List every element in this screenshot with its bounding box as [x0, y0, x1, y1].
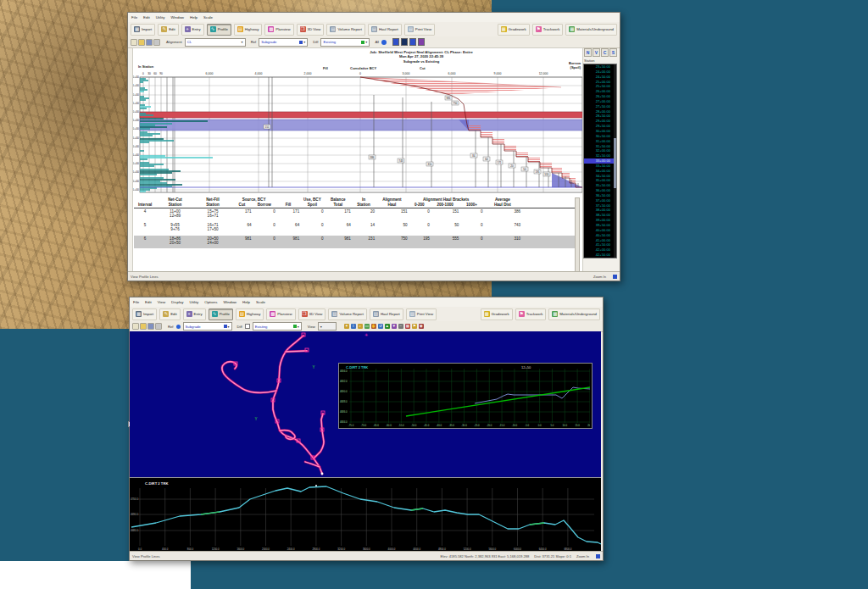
layer-toggle-0[interactable]: [392, 38, 399, 46]
w2-menu-3[interactable]: Display: [171, 300, 183, 304]
zoom-in-tool-icon[interactable]: ⌕: [358, 324, 363, 329]
panel-button-1[interactable]: V: [593, 48, 600, 57]
svg-text:60+00: 60+00: [133, 180, 139, 183]
save-icon[interactable]: [147, 323, 154, 330]
select-tool-icon[interactable]: ✦: [344, 324, 349, 329]
up-arrow-tool-icon[interactable]: ▲: [385, 324, 390, 329]
station-list[interactable]: 23+50.0024+00.0024+50.0025+00.0025+50.00…: [583, 64, 617, 258]
planview-button[interactable]: ▩Planview: [264, 24, 293, 36]
materials-underground-button[interactable]: ▦Materials/Underground: [548, 308, 600, 320]
zoom-window-tool-icon[interactable]: ▭: [364, 324, 370, 329]
new-file-icon[interactable]: [132, 323, 139, 330]
profile-strip[interactable]: C-DIRT 2 TRK 0.0400.0800.01200.01600.020…: [130, 477, 601, 552]
minus-tool-icon[interactable]: −: [398, 324, 403, 329]
svg-text:30: 30: [147, 72, 151, 75]
ref-combo[interactable]: Subgrade ▾: [259, 38, 308, 47]
camera-tool-icon[interactable]: ◉: [419, 324, 424, 329]
profile-button[interactable]: ∿Profile: [209, 308, 233, 320]
diff-combo[interactable]: Existing ▾: [253, 322, 302, 331]
pan-tool-icon[interactable]: ✋: [371, 324, 376, 329]
w2-menu-1[interactable]: Edit: [145, 300, 152, 304]
w1-menu-5[interactable]: Scale: [203, 15, 213, 19]
station-list-item-38[interactable]: 42+50.00: [584, 253, 616, 258]
diff-checkbox[interactable]: [245, 324, 250, 329]
materials-underground-button[interactable]: ▦Materials/Underground: [565, 24, 617, 36]
w2-menu-4[interactable]: Utility: [190, 300, 199, 304]
3d-view-button[interactable]: ❐3D View: [297, 24, 325, 36]
table-row-interval-5[interactable]: 59+55 9+7616+71 17+506406406414500500743: [134, 222, 575, 236]
haul-report-button[interactable]: ▤Haul Report: [368, 24, 402, 36]
entry-button[interactable]: ⌖Entry: [183, 308, 206, 320]
w2-menu-2[interactable]: View: [158, 300, 165, 304]
panel-button-2[interactable]: C: [601, 48, 609, 57]
entry-button[interactable]: ⌖Entry: [181, 24, 204, 36]
print-icon[interactable]: [155, 323, 162, 330]
w2-menu-6[interactable]: Window: [223, 300, 236, 304]
w2-menu-5[interactable]: Options: [204, 300, 217, 304]
layer-toggle-2[interactable]: [409, 38, 416, 46]
w1-menu-3[interactable]: Window: [170, 15, 184, 19]
print-view-button[interactable]: ▤Print View: [406, 308, 437, 320]
down-arrow-tool-icon[interactable]: ▼: [392, 324, 397, 329]
panel-button-3[interactable]: S: [609, 48, 617, 57]
gradework-button[interactable]: ▦Gradework: [498, 24, 530, 36]
station-list-scrollbar[interactable]: [614, 64, 616, 258]
refresh-tool-icon[interactable]: ↺: [378, 324, 383, 329]
w2-menu-0[interactable]: File: [133, 300, 139, 304]
open-folder-icon[interactable]: [140, 323, 147, 330]
new-file-icon[interactable]: [131, 39, 137, 46]
haul-report-button[interactable]: ▤Haul Report: [370, 308, 403, 320]
w2-menu-7[interactable]: Help: [242, 300, 250, 304]
table-row-interval-6[interactable]: 618+86 20+5020+50 24+0098109810981231750…: [134, 236, 575, 249]
trackwork-button[interactable]: ⚑Trackwork: [532, 24, 564, 36]
highway-button[interactable]: ▤Highway: [234, 24, 262, 36]
edit-button[interactable]: ✎Edit: [159, 308, 180, 320]
haul-report-view[interactable]: Job: Sheffield West Project Neal Alignme…: [132, 47, 583, 275]
svg-text:386: 386: [370, 156, 374, 159]
w1-menu-1[interactable]: Edit: [143, 15, 150, 19]
alignment-combo[interactable]: CL ▾: [185, 38, 246, 47]
panel-button-0[interactable]: N: [584, 48, 592, 57]
profile-button[interactable]: ∿Profile: [207, 24, 231, 36]
plan-view-canvas[interactable]: YY✳ C-DIRT 2 TRK 12+50 -75.0-70.0-65.0-6…: [130, 331, 601, 477]
table-scrollbar[interactable]: [575, 197, 580, 272]
w1-menu-4[interactable]: Help: [190, 15, 198, 19]
ref-combo[interactable]: Subgrade ▾: [183, 322, 232, 331]
zoom-indicator-icon[interactable]: [613, 275, 617, 279]
open-folder-icon[interactable]: [138, 39, 145, 46]
cross-section-inset[interactable]: C-DIRT 2 TRK 12+50 -75.0-70.0-65.0-60.0-…: [338, 363, 593, 429]
info-tool-icon[interactable]: i: [351, 324, 356, 329]
grid-tool-icon[interactable]: ▦: [405, 324, 410, 329]
w1-menu-0[interactable]: File: [131, 15, 137, 19]
view-combo[interactable]: ▾: [318, 322, 337, 331]
print-view-button[interactable]: ▤Print View: [404, 24, 435, 36]
trackwork-button[interactable]: ⚑Trackwork: [515, 308, 547, 320]
svg-text:-55.0: -55.0: [398, 424, 404, 426]
all-globe-icon[interactable]: [381, 40, 387, 45]
save-icon[interactable]: [146, 39, 153, 46]
import-button[interactable]: ▦Import: [132, 308, 157, 320]
w2-menu-8[interactable]: Scale: [256, 300, 265, 304]
3d-view-button[interactable]: ❐3D View: [298, 308, 326, 320]
layer-toggle-3[interactable]: [418, 38, 425, 46]
planview-button[interactable]: ▩Planview: [266, 308, 295, 320]
svg-text:4,000: 4,000: [255, 72, 263, 75]
chevron-down-icon: ▾: [298, 325, 299, 329]
gradework-button[interactable]: ▦Gradework: [481, 308, 513, 320]
zoom-indicator-icon[interactable]: [596, 554, 600, 558]
highway-button[interactable]: ▤Highway: [236, 308, 264, 320]
trackwork-window: FileEditViewDisplayUtilityOptionsWindowH…: [129, 297, 604, 561]
layer-toggle-1[interactable]: [401, 38, 408, 46]
w1-menu-2[interactable]: Utility: [156, 15, 165, 19]
volume-report-button[interactable]: ▤Volume Report: [328, 308, 366, 320]
svg-text:195: 195: [535, 170, 539, 174]
import-button[interactable]: ▦Import: [131, 24, 155, 36]
flag-tool-icon[interactable]: ⚑: [412, 324, 417, 329]
volume-report-button[interactable]: ▤Volume Report: [326, 24, 364, 36]
diff-combo[interactable]: Existing ▾: [320, 38, 370, 47]
table-row-interval-4[interactable]: 411+00 12+8915+75 16+7117101710171201510…: [134, 208, 575, 222]
mass-haul-chart[interactable]: 1513867433108464171205019555598175003060…: [133, 68, 582, 195]
gear-icon[interactable]: [176, 325, 181, 329]
print-icon[interactable]: [153, 39, 160, 46]
edit-button[interactable]: ✎Edit: [158, 24, 178, 36]
